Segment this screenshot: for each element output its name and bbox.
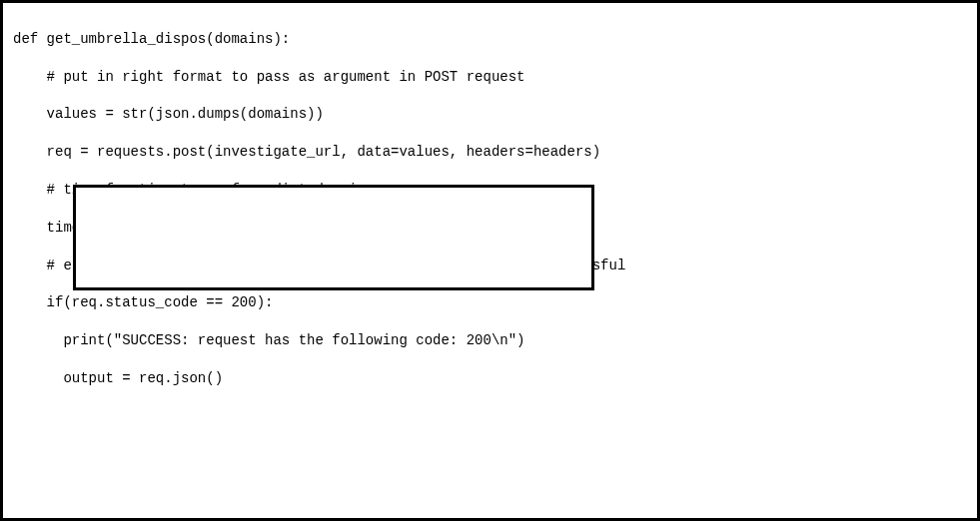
redacted-gap (13, 407, 967, 521)
code-line: print("SUCCESS: request has the followin… (13, 331, 967, 350)
code-line: if(req.status_code == 200): (13, 293, 967, 312)
code-container: def get_umbrella_dispos(domains): # put … (0, 0, 980, 521)
code-line: # put in right format to pass as argumen… (13, 68, 967, 87)
redacted-box (73, 185, 594, 290)
code-line: values = str(json.dumps(domains)) (13, 105, 967, 124)
code-line: output = req.json() (13, 369, 967, 388)
code-line: def get_umbrella_dispos(domains): (13, 30, 967, 49)
code-line: req = requests.post(investigate_url, dat… (13, 143, 967, 162)
